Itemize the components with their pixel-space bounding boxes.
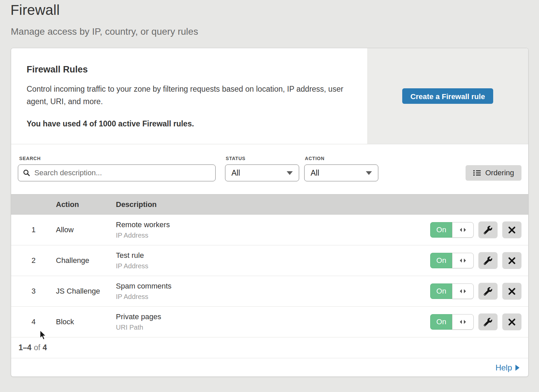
action-select[interactable]: All	[304, 164, 378, 181]
rule-priority: 2	[11, 256, 56, 265]
rule-priority: 3	[11, 287, 56, 296]
rule-enabled-toggle[interactable]: On	[430, 253, 474, 268]
rule-enabled-toggle[interactable]: On	[430, 222, 474, 238]
toggle-knob[interactable]	[452, 283, 474, 299]
toggle-on-label: On	[430, 253, 452, 268]
close-icon	[508, 257, 516, 265]
ordering-list-icon	[473, 170, 481, 176]
action-column-header: Action	[56, 200, 116, 209]
rule-match-field: IP Address	[116, 232, 430, 239]
rule-match-field: URI Path	[116, 324, 430, 331]
search-icon	[23, 169, 30, 177]
rule-enabled-toggle[interactable]: On	[430, 283, 474, 299]
toggle-on-label: On	[430, 314, 452, 330]
table-row: 2 Challenge Test rule IP Address On	[11, 245, 528, 276]
table-row: 3 JS Challenge Spam comments IP Address …	[11, 276, 528, 307]
toggle-on-label: On	[430, 283, 452, 299]
close-icon	[508, 318, 516, 326]
ordering-button-label: Ordering	[485, 169, 514, 177]
wrench-icon	[484, 287, 492, 296]
status-label: STATUS	[226, 156, 246, 161]
drag-arrows-icon	[458, 228, 467, 232]
delete-rule-button[interactable]	[502, 252, 521, 269]
caret-down-icon	[287, 171, 293, 175]
create-rule-panel: Create a Firewall rule	[367, 48, 528, 144]
action-selected-value: All	[311, 169, 319, 178]
rule-match-field: IP Address	[116, 293, 430, 301]
page-subtitle: Manage access by IP, country, or query r…	[11, 26, 539, 37]
rule-action: Block	[56, 318, 116, 326]
search-input[interactable]	[34, 168, 211, 178]
rules-description: Control incoming traffic to your zone by…	[27, 83, 347, 108]
drag-arrows-icon	[458, 320, 467, 324]
help-arrow-icon	[515, 365, 519, 371]
edit-rule-button[interactable]	[478, 221, 498, 238]
action-label: ACTION	[305, 156, 324, 161]
description-column-header: Description	[116, 200, 528, 209]
create-firewall-rule-button[interactable]: Create a Firewall rule	[402, 88, 493, 104]
table-row: 1 Allow Remote workers IP Address On	[11, 215, 528, 245]
rule-action: Allow	[56, 225, 116, 234]
rule-description: Spam comments	[116, 282, 430, 291]
drag-arrows-icon	[458, 258, 467, 263]
delete-rule-button[interactable]	[502, 283, 521, 300]
filter-bar: SEARCH STATUS All ACTION All	[11, 144, 528, 194]
table-header: Action Description	[11, 194, 528, 215]
pagination-range: 1–4	[19, 343, 31, 352]
ordering-button[interactable]: Ordering	[466, 165, 521, 181]
rule-description: Test rule	[116, 251, 430, 260]
rule-enabled-toggle[interactable]: On	[430, 314, 474, 330]
pagination-total: 4	[43, 343, 47, 352]
rule-priority: 1	[11, 225, 56, 234]
rules-intro-section: Firewall Rules Control incoming traffic …	[11, 48, 528, 144]
firewall-rules-card: Firewall Rules Control incoming traffic …	[11, 48, 528, 376]
edit-rule-button[interactable]	[478, 252, 498, 269]
search-label: SEARCH	[19, 156, 41, 161]
pagination: 1–4 of 4	[11, 337, 528, 358]
wrench-icon	[484, 226, 492, 234]
pagination-of: of	[31, 343, 42, 352]
drag-arrows-icon	[458, 289, 467, 294]
wrench-icon	[484, 318, 492, 326]
page-title: Firewall	[10, 2, 539, 18]
search-box[interactable]	[18, 164, 216, 181]
page-header: Firewall Manage access by IP, country, o…	[0, 0, 539, 37]
rule-description: Private pages	[116, 312, 430, 321]
rule-priority: 4	[11, 318, 56, 326]
status-select[interactable]: All	[225, 164, 299, 181]
rules-heading: Firewall Rules	[27, 64, 351, 75]
delete-rule-button[interactable]	[502, 313, 521, 330]
close-icon	[508, 288, 516, 295]
rules-usage-note: You have used 4 of 1000 active Firewall …	[27, 119, 351, 128]
edit-rule-button[interactable]	[478, 283, 498, 300]
close-icon	[508, 226, 516, 234]
card-footer: Help	[11, 358, 528, 377]
toggle-knob[interactable]	[452, 222, 474, 238]
delete-rule-button[interactable]	[502, 221, 521, 238]
toggle-on-label: On	[430, 222, 452, 238]
toggle-knob[interactable]	[452, 253, 474, 268]
edit-rule-button[interactable]	[478, 313, 498, 330]
help-link[interactable]: Help	[496, 363, 519, 372]
caret-down-icon	[366, 171, 372, 175]
wrench-icon	[484, 257, 492, 265]
rule-action: Challenge	[56, 256, 116, 265]
table-row: 4 Block Private pages URI Path On	[11, 307, 528, 337]
toggle-knob[interactable]	[452, 314, 474, 330]
rule-match-field: IP Address	[116, 262, 430, 270]
help-link-label: Help	[496, 363, 512, 372]
rule-action: JS Challenge	[56, 287, 116, 296]
status-selected-value: All	[231, 169, 240, 178]
rule-description: Remote workers	[116, 220, 430, 229]
